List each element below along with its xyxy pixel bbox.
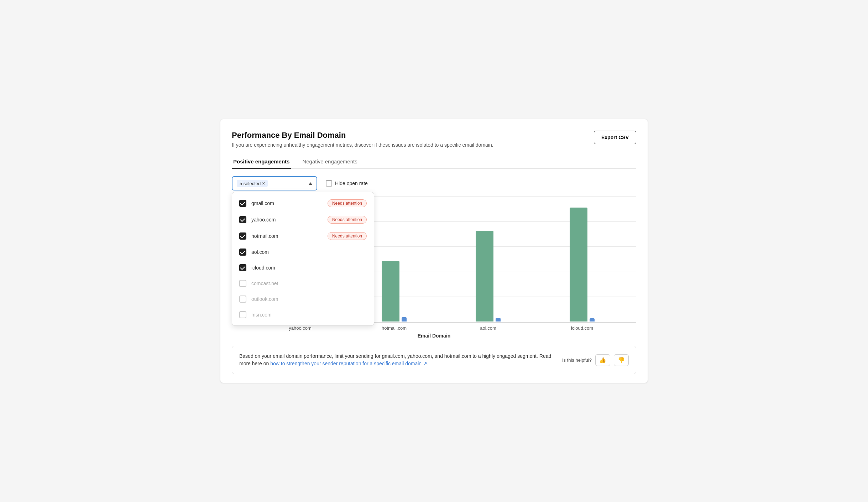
- needs-attention-badge-yahoo: Needs attention: [328, 216, 367, 224]
- domain-item-yahoo[interactable]: yahoo.com Needs attention: [232, 211, 374, 228]
- header-row: Performance By Email Domain If you are e…: [232, 131, 636, 148]
- checkbox-gmail[interactable]: [239, 200, 246, 207]
- bar-wrap-aol: [467, 231, 509, 321]
- bar-blue-icloud: [590, 318, 595, 321]
- bar-wrap-icloud: [561, 208, 603, 321]
- domain-item-gmail[interactable]: gmail.com Needs attention: [232, 195, 374, 211]
- tabs-container: Positive engagements Negative engagement…: [232, 155, 636, 169]
- domain-item-outlook[interactable]: outlook.com: [232, 291, 374, 307]
- page-title: Performance By Email Domain: [232, 131, 493, 140]
- selected-count-badge: 5 selected ×: [237, 180, 268, 187]
- bar-green-icloud: [570, 208, 587, 321]
- hide-open-rate-label[interactable]: Hide open rate: [326, 180, 368, 187]
- x-axis-labels: yahoo.com hotmail.com aol.com icloud.com: [232, 325, 636, 331]
- domain-item-icloud[interactable]: icloud.com: [232, 260, 374, 276]
- main-card: Performance By Email Domain If you are e…: [220, 119, 648, 383]
- domain-item-aol[interactable]: aol.com: [232, 244, 374, 260]
- checkbox-aol[interactable]: [239, 249, 246, 256]
- tab-negative-engagements[interactable]: Negative engagements: [301, 155, 359, 169]
- needs-attention-badge-gmail: Needs attention: [328, 199, 367, 207]
- helpful-section: Is this helpful? 👍 👎: [562, 354, 629, 366]
- needs-attention-badge-hotmail: Needs attention: [328, 232, 367, 240]
- domain-dropdown-menu: gmail.com Needs attention yahoo.com Need…: [232, 192, 374, 326]
- domain-label-icloud: icloud.com: [251, 265, 367, 271]
- domain-label-outlook: outlook.com: [251, 296, 367, 302]
- title-block: Performance By Email Domain If you are e…: [232, 131, 493, 148]
- bar-group-icloud: [561, 208, 603, 321]
- domain-item-msn[interactable]: msn.com: [232, 307, 374, 323]
- bar-group-aol: [467, 231, 509, 321]
- checkbox-icloud[interactable]: [239, 264, 246, 271]
- domain-item-hotmail[interactable]: hotmail.com Needs attention: [232, 228, 374, 244]
- domain-item-comcast[interactable]: comcast.net: [232, 276, 374, 291]
- checkbox-yahoo[interactable]: [239, 216, 246, 223]
- bar-blue-hotmail: [402, 317, 407, 321]
- page-subtitle: If you are experiencing unhealthy engage…: [232, 142, 493, 148]
- bar-wrap-hotmail: [373, 261, 415, 321]
- chevron-up-icon: [309, 182, 312, 185]
- domain-label-comcast: comcast.net: [251, 281, 367, 286]
- insight-box: Based on your email domain performance, …: [232, 346, 636, 374]
- domain-label-yahoo: yahoo.com: [251, 217, 323, 223]
- bar-green-hotmail: [382, 261, 399, 321]
- domain-label-msn: msn.com: [251, 312, 367, 318]
- export-csv-button[interactable]: Export CSV: [594, 131, 636, 144]
- hide-open-rate-checkbox[interactable]: [326, 180, 332, 187]
- domain-dropdown-container: 5 selected × gmail.com Needs attention y…: [232, 176, 317, 190]
- checkbox-outlook[interactable]: [239, 296, 246, 303]
- domain-label-aol: aol.com: [251, 249, 367, 255]
- helpful-label: Is this helpful?: [562, 357, 592, 363]
- hide-open-rate-text: Hide open rate: [335, 181, 368, 186]
- checkbox-hotmail[interactable]: [239, 232, 246, 240]
- x-axis-label-yahoo: yahoo.com: [279, 325, 321, 331]
- bar-blue-aol: [496, 318, 501, 321]
- tab-positive-engagements[interactable]: Positive engagements: [232, 155, 291, 169]
- bar-group-hotmail: [373, 261, 415, 321]
- thumbs-down-button[interactable]: 👎: [614, 354, 629, 366]
- insight-text: Based on your email domain performance, …: [239, 352, 555, 367]
- clear-selection-button[interactable]: ×: [262, 181, 265, 186]
- checkbox-comcast[interactable]: [239, 280, 246, 287]
- checkbox-msn[interactable]: [239, 311, 246, 318]
- x-axis-label-icloud: icloud.com: [561, 325, 603, 331]
- domain-label-gmail: gmail.com: [251, 200, 323, 206]
- thumbs-up-button[interactable]: 👍: [595, 354, 610, 366]
- domain-dropdown-trigger[interactable]: 5 selected ×: [232, 176, 317, 190]
- insight-link[interactable]: how to strengthen your sender reputation…: [270, 361, 427, 366]
- x-axis-label-hotmail: hotmail.com: [373, 325, 415, 331]
- domain-label-hotmail: hotmail.com: [251, 233, 323, 239]
- x-axis-label-aol: aol.com: [467, 325, 509, 331]
- bar-green-aol: [476, 231, 493, 321]
- controls-row: 5 selected × gmail.com Needs attention y…: [232, 176, 636, 190]
- x-axis-title: Email Domain: [232, 333, 636, 339]
